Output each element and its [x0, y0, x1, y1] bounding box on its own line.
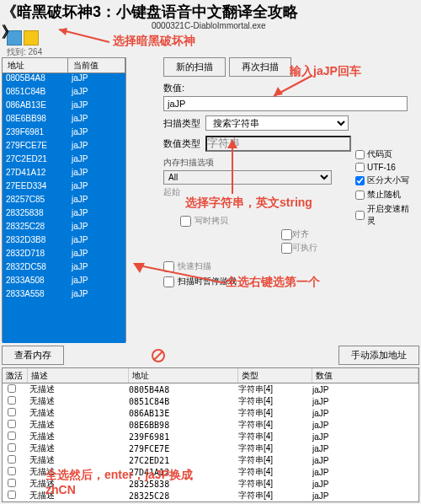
- scan-type-select[interactable]: 搜索字符串: [205, 115, 349, 131]
- result-panel: 激活 描述 地址 类型 数值 无描述0805B4A8字符串[4]jaJP无描述0…: [2, 367, 419, 502]
- result-row[interactable]: 无描述279FCE7E字符串[4]jaJP: [3, 442, 418, 454]
- forbidden-icon: [151, 346, 166, 365]
- header-value[interactable]: 当前值: [68, 58, 125, 72]
- address-row[interactable]: 27D41A12jaJP: [3, 168, 125, 181]
- bottom-toolbar: 查看内存 手动添加地址: [2, 346, 419, 365]
- col-active[interactable]: 激活: [3, 368, 28, 383]
- found-count-label: 找到: 264: [7, 46, 42, 58]
- result-row[interactable]: 无描述27D41A12字符串[4]jaJP: [3, 466, 418, 478]
- address-row[interactable]: 08E6BB98jaJP: [3, 114, 125, 127]
- utf16-checkbox[interactable]: [355, 163, 365, 172]
- address-row[interactable]: 2833A558jaJP: [3, 289, 125, 303]
- result-active-checkbox[interactable]: [8, 408, 16, 416]
- result-row[interactable]: 无描述28325838字符串[4]jaJP: [3, 478, 418, 490]
- result-active-checkbox[interactable]: [8, 432, 16, 440]
- svg-line-6: [135, 265, 226, 283]
- value-type-label: 数值类型: [163, 137, 205, 150]
- case-checkbox[interactable]: [355, 176, 365, 185]
- checkbox-group: 代码页 UTF-16 区分大小写 禁止随机 开启变速精灵: [355, 148, 414, 229]
- address-list-header: 地址 当前值: [3, 58, 125, 73]
- address-row[interactable]: 086AB13EjaJP: [3, 100, 125, 114]
- case-label: 区分大小写: [367, 174, 409, 186]
- address-row[interactable]: 2832D3B8jaJP: [3, 235, 125, 249]
- result-header: 激活 描述 地址 类型 数值: [3, 368, 418, 383]
- col-val[interactable]: 数值: [312, 368, 418, 383]
- exec-label: 可执行: [292, 242, 317, 254]
- address-row[interactable]: 28325C28jaJP: [3, 222, 125, 235]
- view-memory-button[interactable]: 查看内存: [2, 346, 64, 365]
- codepage-label: 代码页: [367, 148, 392, 160]
- result-list[interactable]: 无描述0805B4A8字符串[4]jaJP无描述0851C84B字符串[4]ja…: [3, 383, 418, 501]
- address-row[interactable]: 239F6981jaJP: [3, 127, 125, 141]
- utf16-label: UTF-16: [367, 163, 396, 172]
- col-type[interactable]: 类型: [238, 368, 312, 383]
- address-row[interactable]: 27C2ED21jaJP: [3, 154, 125, 168]
- address-row[interactable]: 0805B4A8jaJP: [3, 73, 125, 87]
- result-row[interactable]: 无描述239F6981字符串[4]jaJP: [3, 431, 418, 442]
- new-scan-button[interactable]: 新的扫描: [163, 57, 226, 77]
- result-active-checkbox[interactable]: [8, 420, 16, 428]
- address-row[interactable]: 27EED334jaJP: [3, 181, 125, 195]
- address-row[interactable]: 28325838jaJP: [3, 208, 125, 222]
- add-address-button[interactable]: 手动添加地址: [338, 346, 419, 365]
- overlay-title-1: 《暗黑破坏神3：小键盘语音中文翻译全攻略: [2, 2, 298, 22]
- result-active-checkbox[interactable]: [8, 396, 16, 405]
- address-row[interactable]: 2832DC58jaJP: [3, 262, 125, 276]
- svg-line-9: [154, 351, 163, 360]
- speed-label: 开启变速精灵: [367, 203, 414, 227]
- header-address[interactable]: 地址: [3, 58, 68, 72]
- exec-checkbox[interactable]: [281, 243, 292, 254]
- result-active-checkbox[interactable]: [8, 479, 16, 487]
- svg-marker-7: [133, 263, 145, 273]
- result-active-checkbox[interactable]: [8, 467, 16, 475]
- align-label: 对齐: [292, 228, 309, 240]
- address-row[interactable]: 279FCE7EjaJP: [3, 141, 125, 154]
- col-desc[interactable]: 描述: [28, 368, 129, 383]
- scan-type-label: 扫描类型: [163, 117, 205, 130]
- result-active-checkbox[interactable]: [8, 443, 16, 452]
- result-row[interactable]: 无描述08E6BB98字符串[4]jaJP: [3, 419, 418, 431]
- random-label: 禁止随机: [367, 189, 401, 201]
- codepage-checkbox[interactable]: [355, 150, 365, 159]
- result-active-checkbox[interactable]: [8, 455, 16, 464]
- address-row[interactable]: 2832D718jaJP: [3, 249, 125, 262]
- address-row[interactable]: 28257C85jaJP: [3, 195, 125, 208]
- result-row[interactable]: 无描述28325C28字符串[4]jaJP: [3, 490, 418, 501]
- address-list[interactable]: 0805B4A8jaJP0851C84BjaJP086AB13EjaJP08E6…: [3, 73, 125, 343]
- col-addr[interactable]: 地址: [129, 368, 238, 383]
- svg-marker-5: [227, 139, 237, 148]
- align-checkbox[interactable]: [281, 229, 292, 240]
- result-row[interactable]: 无描述086AB13E字符串[4]jaJP: [3, 407, 418, 419]
- address-list-panel: 地址 当前值 0805B4A8jaJP0851C84BjaJP086AB13Ej…: [2, 57, 126, 342]
- result-active-checkbox[interactable]: [8, 491, 16, 499]
- result-row[interactable]: 无描述27C2ED21字符串[4]jaJP: [3, 454, 418, 466]
- result-active-checkbox[interactable]: [8, 384, 16, 393]
- speed-checkbox[interactable]: [355, 211, 365, 220]
- copy-write-checkbox[interactable]: [180, 216, 191, 227]
- annotation-select-game: 选择暗黑破坏神: [113, 34, 195, 49]
- random-checkbox[interactable]: [355, 190, 365, 200]
- result-row[interactable]: 无描述0805B4A8字符串[4]jaJP: [3, 383, 418, 395]
- result-row[interactable]: 无描述0851C84B字符串[4]jaJP: [3, 395, 418, 407]
- overlay-title-2: 》: [2, 22, 17, 42]
- save-icon[interactable]: [24, 30, 39, 46]
- copy-write-label: 写时拷贝: [195, 215, 228, 227]
- address-row[interactable]: 2833A508jaJP: [3, 276, 125, 289]
- exe-name-label: 0000321C-DiabloImmortal.exe: [152, 21, 266, 30]
- address-row[interactable]: 0851C84BjaJP: [3, 87, 125, 100]
